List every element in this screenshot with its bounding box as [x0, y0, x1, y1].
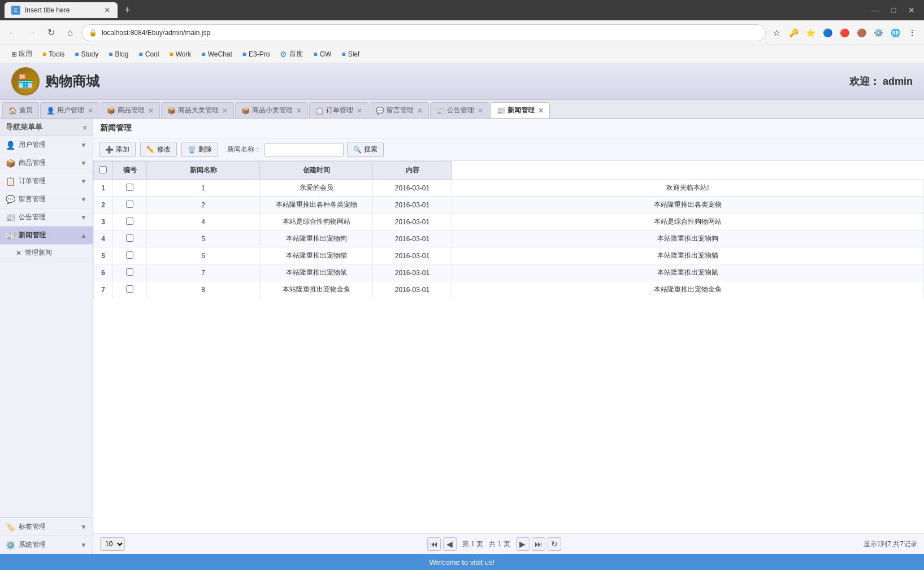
- table-row: 1 1 亲爱的会员 2016-03-01 欢迎光临本站!: [94, 180, 924, 197]
- table-row: 7 8 本站隆重推出宠物金鱼 2016-03-01 本站隆重推出宠物金鱼: [94, 281, 924, 298]
- content-title: 新闻管理: [93, 119, 924, 138]
- search-input[interactable]: [264, 143, 344, 156]
- row-content-cell: 本站隆重推出宠物鼠: [452, 264, 924, 281]
- news-tab-close[interactable]: ✕: [538, 107, 544, 115]
- row-id-cell: 7: [147, 264, 260, 281]
- forward-button[interactable]: →: [24, 25, 40, 41]
- bookmark-baidu[interactable]: ⚙ 百度: [275, 47, 307, 61]
- home-button[interactable]: ⌂: [62, 25, 78, 41]
- tab-home[interactable]: 🏠 首页: [2, 102, 39, 118]
- first-page-button[interactable]: ⏮: [427, 537, 441, 551]
- message-tab-close[interactable]: ✕: [417, 107, 423, 115]
- tab-notice[interactable]: 📰 公告管理 ✕: [430, 102, 489, 118]
- row-name-cell: 本站隆重推出各种各类宠物: [260, 197, 373, 214]
- next-page-button[interactable]: ▶: [516, 537, 530, 551]
- browser-tab[interactable]: E Insert title here ✕: [5, 2, 118, 18]
- table-row: 6 7 本站隆重推出宠物鼠 2016-03-01 本站隆重推出宠物鼠: [94, 264, 924, 281]
- row-checkbox-6[interactable]: [126, 285, 133, 293]
- edit-button[interactable]: ✏️ 修改: [140, 142, 177, 157]
- tab-product[interactable]: 📦 商品管理 ✕: [101, 102, 160, 118]
- tab-product-cat[interactable]: 📦 商品大类管理 ✕: [161, 102, 234, 118]
- row-checkbox-5[interactable]: [126, 268, 133, 276]
- bookmark-gw[interactable]: ■ GW: [309, 48, 336, 60]
- ext6-icon[interactable]: ⚙️: [871, 25, 886, 40]
- sidebar-item-order[interactable]: 📋 订单管理 ▼: [0, 172, 93, 190]
- sidebar-item-user[interactable]: 👤 用户管理 ▼: [0, 136, 93, 154]
- sidebar-news-label: 新闻管理: [19, 230, 46, 240]
- sidebar-product-label: 商品管理: [19, 158, 46, 168]
- sidebar-item-message[interactable]: 💬 留言管理 ▼: [0, 190, 93, 208]
- sidebar-item-tag[interactable]: 🏷️ 标签管理 ▼: [0, 518, 93, 536]
- bookmark-work[interactable]: ■ Work: [164, 48, 196, 60]
- product-tab-close[interactable]: ✕: [148, 107, 154, 115]
- tab-message[interactable]: 💬 留言管理 ✕: [370, 102, 429, 118]
- back-button[interactable]: ←: [5, 25, 20, 41]
- maximize-button[interactable]: □: [886, 2, 901, 18]
- bookmark-e3pro[interactable]: ■ E3-Pro: [238, 48, 275, 60]
- bookmark-slef[interactable]: ■ Slef: [337, 48, 364, 60]
- ext4-icon[interactable]: 🔴: [837, 25, 852, 40]
- delete-label: 删除: [198, 145, 212, 154]
- sidebar-item-product[interactable]: 📦 商品管理 ▼: [0, 154, 93, 172]
- sidebar-item-notice[interactable]: 📰 公告管理 ▼: [0, 208, 93, 227]
- news-table-container: 编号 新闻名称 创建时间 内容 1 1 亲爱的会员 2016-03-01 欢迎光…: [93, 161, 924, 533]
- ext5-icon[interactable]: 🟤: [854, 25, 869, 40]
- search-button[interactable]: 🔍 搜索: [347, 142, 384, 157]
- product-sub-tab-close[interactable]: ✕: [296, 107, 302, 115]
- bookmark-tools[interactable]: ■ Tools: [38, 48, 69, 60]
- bookmark-cool[interactable]: ■ Cool: [134, 48, 163, 60]
- refresh-button[interactable]: ↻: [43, 25, 59, 41]
- current-page: 1: [471, 540, 475, 548]
- tab-user[interactable]: 👤 用户管理 ✕: [40, 102, 99, 118]
- minimize-button[interactable]: —: [867, 2, 883, 18]
- welcome-prefix: 欢迎：: [849, 76, 880, 87]
- apps-bookmark[interactable]: ⊞ 应用: [7, 47, 37, 61]
- close-button[interactable]: ✕: [904, 2, 919, 18]
- ext7-icon[interactable]: 🌐: [888, 25, 903, 40]
- select-all-checkbox[interactable]: [99, 166, 107, 173]
- row-checkbox-3[interactable]: [126, 234, 133, 242]
- row-checkbox-4[interactable]: [126, 251, 133, 259]
- order-tab-close[interactable]: ✕: [357, 107, 362, 115]
- row-content-cell: 本站是综合性狗物网站: [452, 214, 924, 230]
- delete-button[interactable]: 🗑️ 删除: [181, 142, 218, 157]
- sidebar-collapse-icon[interactable]: «: [83, 123, 87, 132]
- new-tab-button[interactable]: +: [124, 5, 131, 16]
- bookmark-study[interactable]: ■ Study: [70, 48, 103, 60]
- refresh-table-button[interactable]: ↻: [548, 537, 561, 551]
- row-id-cell: 8: [147, 281, 260, 298]
- row-checkbox-0[interactable]: [126, 184, 133, 191]
- sidebar-sub-manage-news[interactable]: ✕ 管理新闻: [0, 245, 93, 262]
- tab-close-icon[interactable]: ✕: [104, 6, 111, 15]
- ext3-icon[interactable]: 🔵: [820, 25, 835, 40]
- tab-favicon: E: [11, 6, 20, 15]
- product-cat-tab-close[interactable]: ✕: [222, 107, 228, 115]
- add-icon: ➕: [105, 146, 114, 154]
- blog-label: Blog: [115, 50, 128, 58]
- sidebar-item-system[interactable]: ⚙️ 系统管理 ▼: [0, 536, 93, 554]
- baidu-label: 百度: [289, 49, 303, 59]
- notice-tab-close[interactable]: ✕: [478, 107, 483, 115]
- page-label: 第: [462, 540, 469, 548]
- prev-page-button[interactable]: ◀: [443, 537, 457, 551]
- tab-product-sub[interactable]: 📦 商品小类管理 ✕: [235, 102, 308, 118]
- menu-button[interactable]: ⋮: [905, 25, 919, 40]
- row-checkbox-2[interactable]: [126, 217, 133, 225]
- row-checkbox-1[interactable]: [126, 201, 133, 208]
- star-icon[interactable]: ☆: [769, 25, 784, 40]
- page-size-select[interactable]: 10 20 50: [100, 537, 125, 551]
- tab-news[interactable]: 📰 新闻管理 ✕: [491, 102, 550, 118]
- sidebar-item-order-left: 📋 订单管理: [6, 176, 46, 186]
- address-bar[interactable]: 🔒 localhost:8084/Ebuy/admin/main.jsp: [81, 24, 766, 41]
- browser-titlebar: E Insert title here ✕ + — □ ✕: [0, 0, 924, 20]
- ext1-icon[interactable]: 🔑: [786, 25, 801, 40]
- ext2-icon[interactable]: ⭐: [803, 25, 818, 40]
- study-label: Study: [81, 50, 99, 58]
- bookmark-blog[interactable]: ■ Blog: [104, 48, 133, 60]
- user-tab-close[interactable]: ✕: [88, 107, 93, 115]
- add-button[interactable]: ➕ 添加: [99, 142, 136, 157]
- last-page-button[interactable]: ⏭: [532, 537, 545, 551]
- tab-order[interactable]: 📋 订单管理 ✕: [309, 102, 368, 118]
- bookmark-wechat[interactable]: ■ WeChat: [197, 48, 236, 60]
- sidebar-item-news[interactable]: 📰 新闻管理 ▲: [0, 227, 93, 245]
